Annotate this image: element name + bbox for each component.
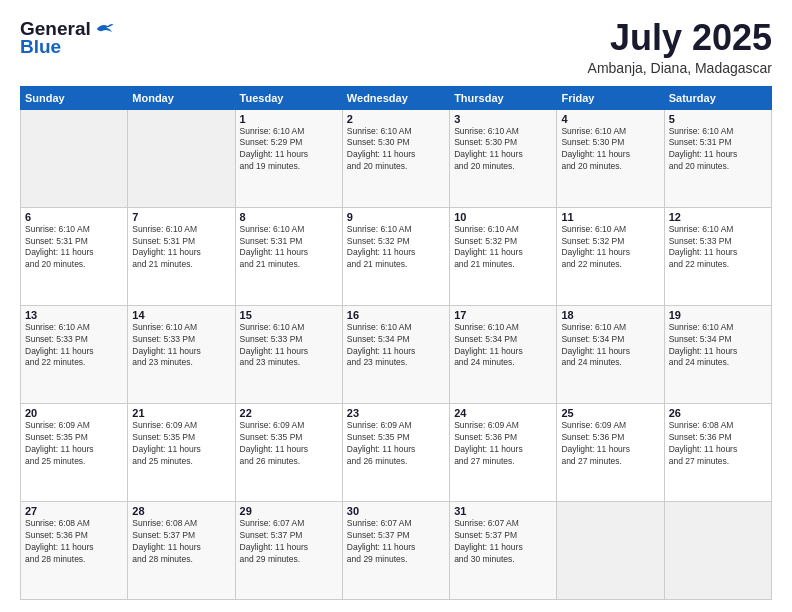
day-info: Sunrise: 6:10 AM Sunset: 5:31 PM Dayligh…	[132, 224, 230, 272]
calendar-cell: 19Sunrise: 6:10 AM Sunset: 5:34 PM Dayli…	[664, 305, 771, 403]
day-info: Sunrise: 6:09 AM Sunset: 5:35 PM Dayligh…	[132, 420, 230, 468]
calendar-cell: 1Sunrise: 6:10 AM Sunset: 5:29 PM Daylig…	[235, 109, 342, 207]
calendar-cell: 15Sunrise: 6:10 AM Sunset: 5:33 PM Dayli…	[235, 305, 342, 403]
day-info: Sunrise: 6:10 AM Sunset: 5:29 PM Dayligh…	[240, 126, 338, 174]
calendar-cell: 9Sunrise: 6:10 AM Sunset: 5:32 PM Daylig…	[342, 207, 449, 305]
day-info: Sunrise: 6:10 AM Sunset: 5:34 PM Dayligh…	[669, 322, 767, 370]
week-row-2: 6Sunrise: 6:10 AM Sunset: 5:31 PM Daylig…	[21, 207, 772, 305]
calendar-cell: 13Sunrise: 6:10 AM Sunset: 5:33 PM Dayli…	[21, 305, 128, 403]
calendar-cell: 27Sunrise: 6:08 AM Sunset: 5:36 PM Dayli…	[21, 501, 128, 599]
calendar-cell: 18Sunrise: 6:10 AM Sunset: 5:34 PM Dayli…	[557, 305, 664, 403]
day-number: 4	[561, 113, 659, 125]
calendar-cell: 22Sunrise: 6:09 AM Sunset: 5:35 PM Dayli…	[235, 403, 342, 501]
day-number: 22	[240, 407, 338, 419]
day-info: Sunrise: 6:07 AM Sunset: 5:37 PM Dayligh…	[347, 518, 445, 566]
day-number: 13	[25, 309, 123, 321]
logo-blue-text: Blue	[20, 36, 61, 58]
day-number: 30	[347, 505, 445, 517]
day-number: 20	[25, 407, 123, 419]
weekday-header-sunday: Sunday	[21, 86, 128, 109]
logo-bird-icon	[93, 21, 115, 37]
day-info: Sunrise: 6:10 AM Sunset: 5:34 PM Dayligh…	[347, 322, 445, 370]
calendar-cell: 28Sunrise: 6:08 AM Sunset: 5:37 PM Dayli…	[128, 501, 235, 599]
calendar-cell: 11Sunrise: 6:10 AM Sunset: 5:32 PM Dayli…	[557, 207, 664, 305]
day-number: 5	[669, 113, 767, 125]
day-info: Sunrise: 6:10 AM Sunset: 5:31 PM Dayligh…	[240, 224, 338, 272]
calendar-cell: 21Sunrise: 6:09 AM Sunset: 5:35 PM Dayli…	[128, 403, 235, 501]
calendar-cell: 25Sunrise: 6:09 AM Sunset: 5:36 PM Dayli…	[557, 403, 664, 501]
day-number: 26	[669, 407, 767, 419]
weekday-header-tuesday: Tuesday	[235, 86, 342, 109]
calendar-cell	[557, 501, 664, 599]
calendar-cell	[128, 109, 235, 207]
day-info: Sunrise: 6:09 AM Sunset: 5:35 PM Dayligh…	[347, 420, 445, 468]
day-info: Sunrise: 6:10 AM Sunset: 5:33 PM Dayligh…	[240, 322, 338, 370]
calendar-cell: 23Sunrise: 6:09 AM Sunset: 5:35 PM Dayli…	[342, 403, 449, 501]
day-number: 14	[132, 309, 230, 321]
calendar-cell: 16Sunrise: 6:10 AM Sunset: 5:34 PM Dayli…	[342, 305, 449, 403]
day-number: 10	[454, 211, 552, 223]
calendar-cell	[664, 501, 771, 599]
calendar-cell: 26Sunrise: 6:08 AM Sunset: 5:36 PM Dayli…	[664, 403, 771, 501]
week-row-3: 13Sunrise: 6:10 AM Sunset: 5:33 PM Dayli…	[21, 305, 772, 403]
calendar-cell: 6Sunrise: 6:10 AM Sunset: 5:31 PM Daylig…	[21, 207, 128, 305]
day-info: Sunrise: 6:10 AM Sunset: 5:30 PM Dayligh…	[347, 126, 445, 174]
day-info: Sunrise: 6:09 AM Sunset: 5:35 PM Dayligh…	[25, 420, 123, 468]
weekday-header-saturday: Saturday	[664, 86, 771, 109]
title-block: July 2025 Ambanja, Diana, Madagascar	[588, 18, 772, 76]
week-row-5: 27Sunrise: 6:08 AM Sunset: 5:36 PM Dayli…	[21, 501, 772, 599]
day-number: 16	[347, 309, 445, 321]
weekday-header-thursday: Thursday	[450, 86, 557, 109]
calendar-cell: 5Sunrise: 6:10 AM Sunset: 5:31 PM Daylig…	[664, 109, 771, 207]
day-number: 2	[347, 113, 445, 125]
day-info: Sunrise: 6:10 AM Sunset: 5:32 PM Dayligh…	[454, 224, 552, 272]
weekday-header-wednesday: Wednesday	[342, 86, 449, 109]
day-info: Sunrise: 6:10 AM Sunset: 5:30 PM Dayligh…	[454, 126, 552, 174]
day-number: 17	[454, 309, 552, 321]
weekday-header-friday: Friday	[557, 86, 664, 109]
calendar-cell: 4Sunrise: 6:10 AM Sunset: 5:30 PM Daylig…	[557, 109, 664, 207]
week-row-1: 1Sunrise: 6:10 AM Sunset: 5:29 PM Daylig…	[21, 109, 772, 207]
day-info: Sunrise: 6:09 AM Sunset: 5:36 PM Dayligh…	[454, 420, 552, 468]
day-info: Sunrise: 6:10 AM Sunset: 5:34 PM Dayligh…	[454, 322, 552, 370]
day-number: 9	[347, 211, 445, 223]
day-number: 6	[25, 211, 123, 223]
day-info: Sunrise: 6:10 AM Sunset: 5:33 PM Dayligh…	[132, 322, 230, 370]
day-number: 28	[132, 505, 230, 517]
calendar-cell: 3Sunrise: 6:10 AM Sunset: 5:30 PM Daylig…	[450, 109, 557, 207]
day-info: Sunrise: 6:09 AM Sunset: 5:35 PM Dayligh…	[240, 420, 338, 468]
day-number: 3	[454, 113, 552, 125]
day-info: Sunrise: 6:10 AM Sunset: 5:32 PM Dayligh…	[561, 224, 659, 272]
day-number: 31	[454, 505, 552, 517]
page: General Blue July 2025 Ambanja, Diana, M…	[0, 0, 792, 612]
location: Ambanja, Diana, Madagascar	[588, 60, 772, 76]
day-number: 18	[561, 309, 659, 321]
calendar-cell: 24Sunrise: 6:09 AM Sunset: 5:36 PM Dayli…	[450, 403, 557, 501]
day-number: 1	[240, 113, 338, 125]
day-number: 19	[669, 309, 767, 321]
calendar-cell	[21, 109, 128, 207]
week-row-4: 20Sunrise: 6:09 AM Sunset: 5:35 PM Dayli…	[21, 403, 772, 501]
calendar-cell: 7Sunrise: 6:10 AM Sunset: 5:31 PM Daylig…	[128, 207, 235, 305]
day-info: Sunrise: 6:10 AM Sunset: 5:31 PM Dayligh…	[669, 126, 767, 174]
day-number: 12	[669, 211, 767, 223]
day-info: Sunrise: 6:07 AM Sunset: 5:37 PM Dayligh…	[454, 518, 552, 566]
day-number: 11	[561, 211, 659, 223]
calendar-cell: 30Sunrise: 6:07 AM Sunset: 5:37 PM Dayli…	[342, 501, 449, 599]
day-number: 15	[240, 309, 338, 321]
weekday-header-monday: Monday	[128, 86, 235, 109]
day-info: Sunrise: 6:08 AM Sunset: 5:36 PM Dayligh…	[25, 518, 123, 566]
calendar-cell: 2Sunrise: 6:10 AM Sunset: 5:30 PM Daylig…	[342, 109, 449, 207]
calendar-cell: 8Sunrise: 6:10 AM Sunset: 5:31 PM Daylig…	[235, 207, 342, 305]
calendar-cell: 17Sunrise: 6:10 AM Sunset: 5:34 PM Dayli…	[450, 305, 557, 403]
day-info: Sunrise: 6:10 AM Sunset: 5:30 PM Dayligh…	[561, 126, 659, 174]
calendar-cell: 20Sunrise: 6:09 AM Sunset: 5:35 PM Dayli…	[21, 403, 128, 501]
day-info: Sunrise: 6:10 AM Sunset: 5:33 PM Dayligh…	[669, 224, 767, 272]
day-info: Sunrise: 6:10 AM Sunset: 5:33 PM Dayligh…	[25, 322, 123, 370]
day-number: 7	[132, 211, 230, 223]
calendar-cell: 31Sunrise: 6:07 AM Sunset: 5:37 PM Dayli…	[450, 501, 557, 599]
day-info: Sunrise: 6:10 AM Sunset: 5:32 PM Dayligh…	[347, 224, 445, 272]
day-number: 29	[240, 505, 338, 517]
day-number: 27	[25, 505, 123, 517]
calendar-cell: 10Sunrise: 6:10 AM Sunset: 5:32 PM Dayli…	[450, 207, 557, 305]
